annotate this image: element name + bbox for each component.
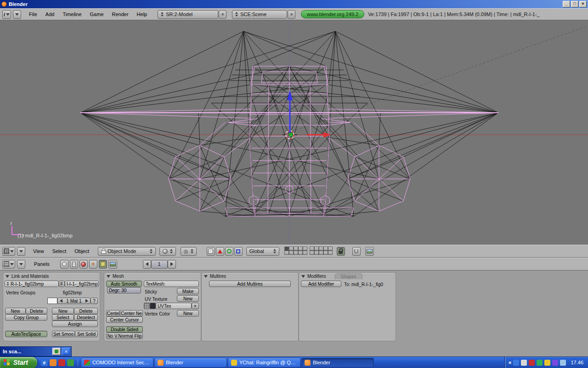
viewport-3d[interactable]: zx (1) mdl_R-I-1-_fig02bmp [0,20,588,245]
close-button[interactable]: × [579,1,587,7]
material-index-stepper[interactable]: 1 Mat 1 [57,298,90,304]
render-preview-button[interactable] [365,247,374,256]
messenger-icon[interactable] [67,359,74,366]
manipulator-rotate-button[interactable] [225,247,233,256]
draw-type-dropdown[interactable] [159,247,176,256]
background-window-icon-button[interactable] [52,348,61,355]
layer-toggle[interactable] [294,247,298,251]
mode-dropdown[interactable]: Object Mode [98,247,156,256]
tray-icon-3[interactable] [529,360,535,366]
layer-toggle[interactable] [314,247,319,251]
panels-menu-label[interactable]: Panels [30,260,54,268]
tray-icon-2[interactable] [521,360,527,366]
material-delete-button[interactable]: Delete [74,308,98,314]
menu-file[interactable]: File [25,11,41,18]
context-object-button[interactable]: + [89,260,97,269]
vgroup-new-button[interactable]: New [5,308,26,314]
layer-toggle[interactable] [284,247,289,251]
layer-toggle[interactable] [310,251,314,255]
tray-icon-4[interactable] [537,360,543,366]
set-solid-button[interactable]: Set Solid [75,331,98,337]
context-script-button[interactable] [70,260,78,269]
internet-explorer-icon[interactable]: e [41,359,48,366]
layer-toggle[interactable] [310,247,314,251]
panel-header[interactable]: Link and Materials [3,273,100,280]
media-player-icon[interactable] [58,359,65,366]
material-help-button[interactable]: ? [90,298,98,304]
menu-help[interactable]: Help [133,11,152,18]
header-menu-collapse-button[interactable] [17,247,25,256]
start-button[interactable]: Start [0,357,37,368]
context-editing-button[interactable] [99,260,107,269]
centre-cursor-button[interactable]: Center Cursor [106,316,143,323]
volume-icon[interactable] [560,360,566,366]
orientation-dropdown[interactable]: Global [246,247,279,256]
context-logic-button[interactable] [60,260,68,269]
header-menu-collapse-button[interactable] [13,10,21,19]
panel-header[interactable]: Mesh [104,273,201,280]
lock-layers-button[interactable] [337,247,345,256]
fake-user-button[interactable]: F [59,281,65,287]
layer-toggle[interactable] [319,251,323,255]
layer-buttons-group-2[interactable] [310,247,333,255]
assign-button[interactable]: Assign [52,321,98,327]
scene-delete-button[interactable]: × [288,10,295,19]
background-window-titlebar[interactable]: In sca... × [0,346,72,356]
layer-toggle[interactable] [319,247,323,251]
layer-toggle[interactable] [284,251,289,255]
manipulator-toggle-button[interactable] [207,247,215,256]
task-comodo[interactable]: COMODO Internet Security [81,358,153,368]
tray-icon-6[interactable] [552,360,558,366]
menu-add[interactable]: Add [41,11,59,18]
context-shading-button[interactable] [79,260,88,269]
task-blender-2-active[interactable]: Blender [301,358,374,368]
uv-texture-new-button[interactable]: New [177,295,199,302]
context-scene-button[interactable] [108,260,117,269]
window-titlebar[interactable]: Blender _ □ × [0,0,588,8]
deselect-button[interactable]: Deselect [74,314,98,321]
add-multires-button[interactable]: Add Multires [209,281,291,287]
centre-button[interactable]: Cente [106,310,120,316]
texmesh-field[interactable]: TexMesh: [144,281,199,287]
uvtex-delete-button[interactable]: × [192,303,199,309]
browser-icon[interactable] [50,359,57,366]
maximize-button[interactable]: □ [571,1,578,7]
tray-overflow-chevron[interactable]: « [509,359,512,366]
uvtex-name-field[interactable]: UVTex [156,303,192,309]
layer-toggle[interactable] [298,247,303,251]
tab-shapes[interactable]: Shapes [335,273,362,279]
screen-delete-button[interactable]: × [219,10,226,19]
panel-header[interactable]: Multires [202,273,298,280]
snap-button[interactable] [352,247,361,256]
task-blender-1[interactable]: Blender [154,358,227,368]
scene-selector[interactable]: SCE:Scene [232,10,287,19]
menu-select[interactable]: Select [48,247,71,255]
manipulator-scale-button[interactable] [234,247,243,256]
no-vnormal-flip-button[interactable]: No V.Normal Flip [106,333,143,339]
editor-type-3dview-button[interactable] [2,247,15,256]
frame-step-back-button[interactable] [143,260,151,269]
tray-icon-1[interactable] [513,360,519,366]
editor-type-buttons-button[interactable] [2,260,15,269]
minimize-button[interactable]: _ [563,1,570,7]
degr-number-field[interactable]: Degr: 30 [107,287,141,293]
menu-view[interactable]: View [29,247,48,255]
select-button[interactable]: Select [52,314,74,321]
layer-toggle[interactable] [328,247,333,251]
centre-new-button[interactable]: Center Ne [120,310,143,316]
tray-icon-5[interactable] [544,360,550,366]
copy-group-button[interactable]: Copy Group [5,314,47,321]
set-smooth-button[interactable]: Set Smoo [52,331,75,337]
layer-toggle[interactable] [323,251,328,255]
task-ychat[interactable]: YChat: Raingriffin @ Qu... [228,358,300,368]
frame-step-forward-button[interactable] [168,260,176,269]
frame-number-field[interactable]: 1 [151,260,168,269]
add-modifier-button[interactable]: Add Modifier [301,281,341,287]
layer-toggle[interactable] [294,251,298,255]
menu-object[interactable]: Object [70,247,93,255]
header-menu-collapse-button[interactable] [17,260,25,269]
layer-toggle[interactable] [314,251,319,255]
layer-toggle[interactable] [298,251,303,255]
layer-toggle[interactable] [289,251,294,255]
layer-toggle[interactable] [303,251,307,255]
